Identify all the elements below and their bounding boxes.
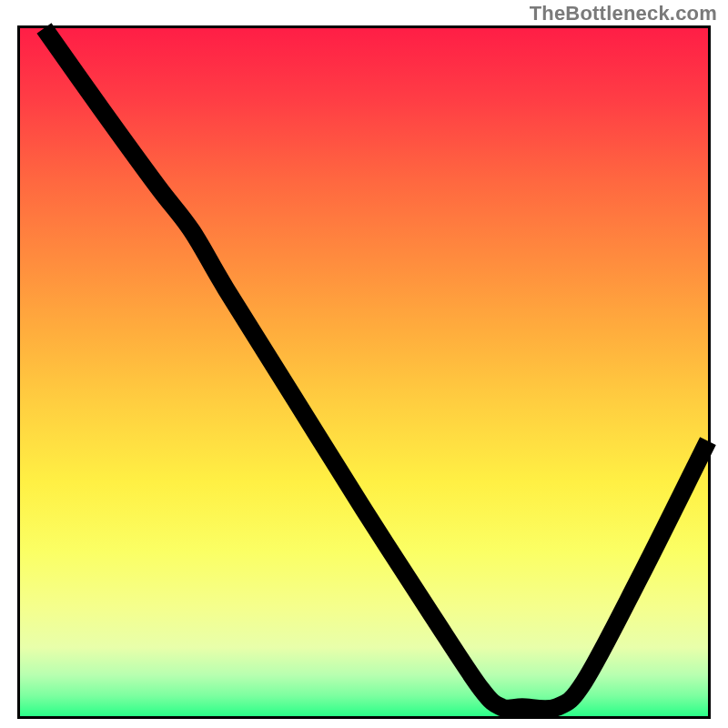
- watermark-text: TheBottleneck.com: [530, 2, 717, 25]
- chart-frame: [17, 25, 711, 719]
- bottleneck-curve: [20, 28, 708, 716]
- curve-path: [44, 28, 708, 709]
